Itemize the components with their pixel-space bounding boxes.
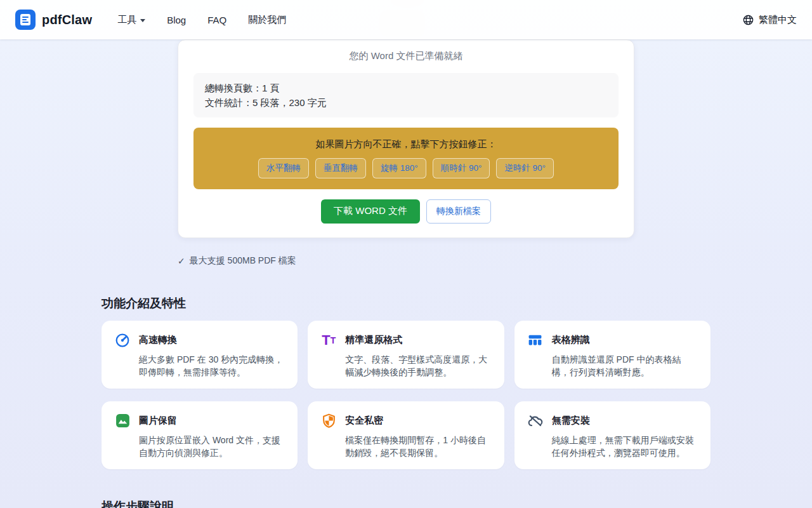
features-title: 功能介紹及特性 xyxy=(102,295,710,312)
orientation-alert: 如果圖片方向不正確，點擊下方按鈕修正： 水平翻轉 垂直翻轉 旋轉 180° 順時… xyxy=(193,128,619,189)
nav-item-blog-label: Blog xyxy=(167,15,186,25)
conversion-stats: 總轉換頁數：1 頁 文件統計：5 段落，230 字元 xyxy=(193,73,619,117)
features-section: 功能介紹及特性 高速轉換 絕大多數 PDF 在 30 秒內完成轉換，即傳即轉，無… xyxy=(102,295,710,469)
max-size-note-text: 最大支援 500MB PDF 檔案 xyxy=(190,255,296,267)
feature-card-speed: 高速轉換 絕大多數 PDF 在 30 秒內完成轉換，即傳即轉，無需排隊等待。 xyxy=(102,321,298,389)
feature-desc: 純線上處理，無需下載用戶端或安裝任何外掛程式，瀏覽器即可使用。 xyxy=(552,434,698,459)
image-icon xyxy=(114,413,131,429)
feature-title: 高速轉換 xyxy=(139,334,177,346)
orientation-message: 如果圖片方向不正確，點擊下方按鈕修正： xyxy=(204,137,608,151)
feature-desc: 圖片按原位置嵌入 Word 文件，支援自動方向偵測與修正。 xyxy=(139,434,285,459)
nav-item-tools-label: 工具 xyxy=(117,14,136,26)
feature-title: 表格辨識 xyxy=(552,334,590,346)
pdfclaw-logo-icon xyxy=(15,10,36,30)
nav-links: 工具 Blog FAQ 關於我們 xyxy=(117,14,286,26)
convert-new-file-button[interactable]: 轉換新檔案 xyxy=(426,199,491,224)
ready-message: 您的 Word 文件已準備就緒 xyxy=(193,49,619,63)
conversion-result-card: 您的 Word 文件已準備就緒 總轉換頁數：1 頁 文件統計：5 段落，230 … xyxy=(178,39,634,238)
feature-card-noinstall: 無需安裝 純線上處理，無需下載用戶端或安裝任何外掛程式，瀏覽器即可使用。 xyxy=(514,401,710,469)
text-format-icon: TT xyxy=(320,332,337,349)
feature-card-security: 安全私密 檔案僅在轉換期間暫存，1 小時後自動銷毀，絕不長期保留。 xyxy=(308,401,504,469)
check-icon: ✓ xyxy=(178,256,185,266)
flip-vertical-button[interactable]: 垂直翻轉 xyxy=(315,158,366,178)
stats-pages: 總轉換頁數：1 頁 xyxy=(205,81,607,95)
rotate-180-button[interactable]: 旋轉 180° xyxy=(372,158,426,178)
feature-desc: 文字、段落、字型樣式高度還原，大幅減少轉換後的手動調整。 xyxy=(345,353,491,378)
speed-gauge-icon xyxy=(114,332,131,349)
nav-item-blog[interactable]: Blog xyxy=(167,15,186,25)
cloud-off-icon xyxy=(527,413,544,429)
download-word-button[interactable]: 下載 WORD 文件 xyxy=(321,199,420,224)
nav-item-faq[interactable]: FAQ xyxy=(207,15,226,25)
stats-document: 文件統計：5 段落，230 字元 xyxy=(205,95,607,110)
feature-card-format: TT 精準還原格式 文字、段落、字型樣式高度還原，大幅減少轉換後的手動調整。 xyxy=(308,321,504,389)
language-label: 繁體中文 xyxy=(759,14,797,26)
nav-item-faq-label: FAQ xyxy=(207,15,226,25)
globe-icon xyxy=(742,14,754,26)
shield-icon xyxy=(320,413,337,429)
result-actions: 下載 WORD 文件 轉換新檔案 xyxy=(193,199,619,224)
nav-item-tools[interactable]: 工具 xyxy=(117,14,145,26)
language-selector[interactable]: 繁體中文 xyxy=(742,14,797,26)
feature-desc: 檔案僅在轉換期間暫存，1 小時後自動銷毀，絕不長期保留。 xyxy=(345,434,491,459)
navbar: pdfClaw 工具 Blog FAQ 關於我們 繁體中文 xyxy=(0,0,812,39)
flip-horizontal-button[interactable]: 水平翻轉 xyxy=(258,158,309,178)
feature-title: 精準還原格式 xyxy=(345,334,402,346)
chevron-down-icon xyxy=(140,19,145,22)
rotate-cw-90-button[interactable]: 順時針 90° xyxy=(433,158,490,178)
brand[interactable]: pdfClaw xyxy=(15,10,92,30)
max-size-note: ✓ 最大支援 500MB PDF 檔案 xyxy=(178,255,634,267)
orientation-buttons: 水平翻轉 垂直翻轉 旋轉 180° 順時針 90° 逆時針 90° xyxy=(204,158,608,178)
feature-card-image: 圖片保留 圖片按原位置嵌入 Word 文件，支援自動方向偵測與修正。 xyxy=(102,401,298,469)
feature-title: 安全私密 xyxy=(345,415,383,427)
feature-title: 無需安裝 xyxy=(552,415,590,427)
nav-item-about-label: 關於我們 xyxy=(248,14,286,26)
feature-desc: 絕大多數 PDF 在 30 秒內完成轉換，即傳即轉，無需排隊等待。 xyxy=(139,353,285,378)
feature-card-table: 表格辨識 自動辨識並還原 PDF 中的表格結構，行列資料清晰對應。 xyxy=(514,321,710,389)
rotate-ccw-90-button[interactable]: 逆時針 90° xyxy=(496,158,554,178)
steps-section: 操作步驟說明 1 上傳 PDF 將檔案拖放到上傳區，或點擊「選擇檔案」按鈕選擇本… xyxy=(102,498,710,508)
feature-desc: 自動辨識並還原 PDF 中的表格結構，行列資料清晰對應。 xyxy=(552,353,698,378)
nav-item-about[interactable]: 關於我們 xyxy=(248,14,286,26)
brand-name: pdfClaw xyxy=(42,13,92,27)
features-grid: 高速轉換 絕大多數 PDF 在 30 秒內完成轉換，即傳即轉，無需排隊等待。 T… xyxy=(102,321,710,469)
feature-title: 圖片保留 xyxy=(139,415,177,427)
table-icon xyxy=(527,332,544,349)
steps-title: 操作步驟說明 xyxy=(102,498,710,508)
